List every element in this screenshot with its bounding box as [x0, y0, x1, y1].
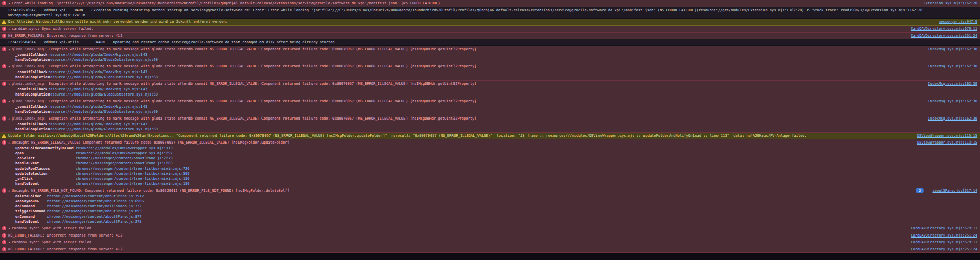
error-icon	[2, 247, 6, 251]
stack-source-link[interactable]: chrome://messenger/content/about3Pane.js…	[76, 156, 173, 161]
stack-frame: onCommand chrome://messenger/content/abo…	[0, 214, 977, 219]
error-message: carddav.sync: Sync with server failed.	[12, 240, 905, 245]
console-row-warning[interactable]: Update folder mailbox://nobody@Local%20F…	[0, 133, 980, 139]
stack-source-link[interactable]: chrome://messenger/content/tree-listbox-…	[76, 176, 189, 181]
error-message: NS_ERROR_FAILURE: Incorrect response fro…	[8, 33, 905, 38]
error-message: Exception while attempting to mark messa…	[49, 82, 477, 86]
source-link[interactable]: IndexMsg.sys.mjs:162:30	[928, 116, 977, 121]
source-link[interactable]: IndexMsg.sys.mjs:162:30	[928, 99, 977, 104]
expand-arrow-icon[interactable]	[9, 226, 10, 231]
stack-source-link[interactable]: chrome://messenger/content/mailCommon.js…	[47, 204, 141, 209]
source-link[interactable]: IndexMsg.sys.mjs:162:30	[928, 81, 977, 86]
stack-frame: deleteFolder chrome://messenger/content/…	[0, 194, 977, 199]
console-row-error[interactable]: gloda.index_msg: Exception while attempt…	[0, 46, 980, 63]
log-message: 1774279516547 addons.xpi WARN Exception …	[0, 8, 977, 18]
source-link[interactable]: DBViewWrapper.sys.mjs:113:15	[917, 140, 977, 145]
error-icon	[2, 226, 6, 230]
expand-arrow-icon[interactable]	[9, 140, 10, 146]
expand-arrow-icon[interactable]	[9, 240, 10, 245]
source-link[interactable]: CardDAVDirectory.sys.mjs:251:24	[911, 33, 977, 38]
expand-arrow-icon[interactable]	[9, 1, 10, 6]
console-row-error[interactable]: carddav.sync: Sync with server failed. C…	[0, 225, 980, 232]
error-icon	[2, 64, 6, 68]
source-link[interactable]: IndexMsg.sys.mjs:162:30	[928, 64, 977, 69]
error-icon	[2, 34, 6, 38]
stack-function: _commitCallback	[15, 87, 48, 92]
expand-arrow-icon[interactable]	[9, 99, 10, 104]
error-message: carddav.sync: Sync with server failed.	[12, 26, 905, 31]
stack-source-link[interactable]: chrome://messenger/content/about3Pane.js…	[76, 161, 173, 166]
console-row-error[interactable]: gloda.index_msg: Exception while attempt…	[0, 115, 980, 133]
stack-frame: updateRowClasses chrome://messenger/cont…	[0, 166, 977, 171]
console-row-log[interactable]: 1774279516547 addons.xpi WARN Exception …	[0, 7, 980, 19]
console-row-error[interactable]: NS_ERROR_FAILURE: Incorrect response fro…	[0, 232, 980, 239]
stack-frame: <anonymous> chrome://messenger/content/a…	[0, 199, 977, 204]
console-row-error[interactable]: carddav.sync: Sync with server failed. C…	[0, 239, 980, 246]
source-link[interactable]: IndexMsg.sys.mjs:162:30	[928, 46, 977, 52]
stack-source-link[interactable]: chrome://messenger/content/about3Pane.js…	[47, 219, 141, 224]
stack-source-link[interactable]: resource:///modules/gloda/IndexMsg.sys.m…	[48, 69, 147, 75]
expand-arrow-icon[interactable]	[9, 64, 10, 69]
stack-source-link[interactable]: resource:///modules/gloda/IndexMsg.sys.m…	[48, 87, 147, 92]
stack-source-link[interactable]: resource:///modules/DBViewWrapper.sys.mj…	[76, 151, 173, 156]
console-row-error[interactable]: gloda.index_msg: Exception while attempt…	[0, 98, 980, 115]
error-icon	[2, 233, 6, 238]
source-link[interactable]: CardDAVDirectory.sys.mjs:679:11	[911, 226, 977, 231]
warning-icon	[2, 134, 6, 138]
stack-function: handleEvent	[15, 161, 76, 166]
expand-arrow-icon[interactable]	[9, 26, 10, 32]
stack-source-link[interactable]: chrome://messenger/content/tree-listbox-…	[76, 181, 189, 186]
expand-arrow-icon[interactable]	[9, 116, 10, 122]
error-icon	[2, 116, 6, 121]
stack-source-link[interactable]: resource:///modules/gloda/GlodaDatastore…	[48, 57, 158, 62]
source-link[interactable]: messenger.js:947:9	[939, 19, 977, 25]
stack-source-link[interactable]: resource:///modules/gloda/GlodaDatastore…	[48, 109, 158, 114]
console-row-log[interactable]: 1774279584014 addons.xpi-utils WARN Upda…	[0, 39, 980, 46]
expand-arrow-icon[interactable]	[9, 81, 10, 87]
stack-source-link[interactable]: resource:///modules/gloda/IndexMsg.sys.m…	[48, 104, 147, 109]
stack-source-link[interactable]: chrome://messenger/content/tree-listbox-…	[76, 166, 189, 171]
log-message: 1774279584014 addons.xpi-utils WARN Upda…	[0, 40, 977, 45]
console-row-error[interactable]: gloda.index_msg: Exception while attempt…	[0, 81, 980, 98]
stack-function: _commitCallback	[15, 52, 48, 57]
console-row-error[interactable]: carddav.sync: Sync with server failed. C…	[0, 26, 980, 33]
source-link[interactable]: DBViewWrapper.sys.mjs:115:15	[917, 133, 977, 138]
source-link[interactable]: about3Pane.js:3917:14	[932, 188, 977, 193]
stack-source-link[interactable]: resource:///modules/gloda/IndexMsg.sys.m…	[48, 52, 147, 57]
stack-frame: open resource:///modules/DBViewWrapper.s…	[0, 151, 977, 156]
source-link[interactable]: CardDAVDirectory.sys.mjs:679:11	[911, 26, 977, 31]
log-prefix: gloda.index_msg:	[12, 64, 49, 68]
console-row-error[interactable]: gloda.index_msg: Exception while attempt…	[0, 63, 980, 81]
stack-source-link[interactable]: resource:///modules/DBViewWrapper.sys.mj…	[76, 146, 173, 151]
stack-source-link[interactable]: chrome://messenger/content/about3Pane.js…	[47, 214, 141, 219]
stack-frame: handleCompletion resource:///modules/glo…	[0, 75, 977, 80]
stack-source-link[interactable]: chrome://messenger/content/about3Pane.js…	[47, 209, 141, 214]
source-link[interactable]: CardDAVDirectory.sys.mjs:679:11	[911, 240, 977, 245]
stack-source-link[interactable]: resource:///modules/gloda/GlodaDatastore…	[48, 92, 158, 97]
console-row-error[interactable]: Uncaught NS_ERROR_ILLEGAL_VALUE: Compone…	[0, 139, 980, 187]
console-row-error[interactable]: NS_ERROR_FAILURE: Incorrect response fro…	[0, 246, 980, 253]
stack-function: _commitCallback	[15, 122, 48, 127]
error-icon	[2, 27, 6, 31]
console-row-warning[interactable]: Das Attribut Window.fullScreen sollte ni…	[0, 19, 980, 26]
source-link[interactable]: CardDAVDirectory.sys.mjs:251:24	[911, 233, 977, 238]
expand-arrow-icon[interactable]	[9, 46, 10, 52]
stack-frame: _onClick chrome://messenger/content/tree…	[0, 176, 977, 181]
stack-source-link[interactable]: resource:///modules/gloda/GlodaDatastore…	[48, 75, 158, 80]
error-icon	[2, 1, 6, 5]
stack-source-link[interactable]: chrome://messenger/content/tree-listbox-…	[76, 171, 189, 176]
warning-message: Update folder mailbox://nobody@Local%20F…	[8, 133, 912, 138]
console-row-error[interactable]: NS_ERROR_FAILURE: Incorrect response fro…	[0, 33, 980, 39]
stack-function: onCommand	[15, 214, 47, 219]
stack-source-link[interactable]: chrome://messenger/content/about3Pane.js…	[47, 199, 144, 204]
stack-source-link[interactable]: resource:///modules/gloda/IndexMsg.sys.m…	[48, 122, 147, 127]
stack-source-link[interactable]: resource:///modules/gloda/GlodaDatastore…	[48, 127, 158, 132]
source-link[interactable]: Extension.sys.mjs:1162:20	[924, 1, 977, 6]
stack-frame: _commitCallback resource:///modules/glod…	[0, 104, 977, 109]
expand-arrow-icon[interactable]	[9, 188, 10, 194]
console-row-error[interactable]: Uncaught NS_ERROR_FILE_NOT_FOUND: Compon…	[0, 187, 980, 225]
warning-message: Das Attribut Window.fullScreen sollte ni…	[8, 19, 934, 25]
source-link[interactable]: CardDAVDirectory.sys.mjs:251:24	[911, 247, 977, 252]
console-row-error[interactable]: Error while loading 'jar:file:///C:/User…	[0, 0, 980, 7]
stack-source-link[interactable]: chrome://messenger/content/about3Pane.js…	[47, 194, 144, 199]
